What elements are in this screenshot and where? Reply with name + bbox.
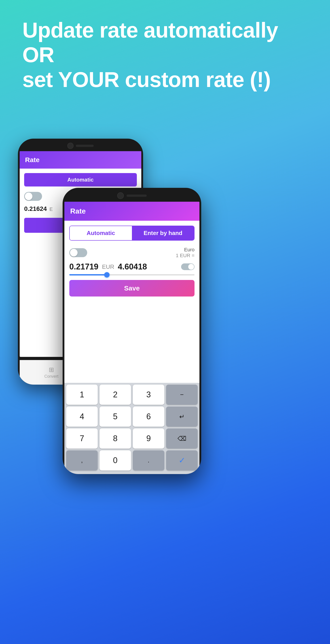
phone-front: Rate Automatic Enter by hand Euro 1 EUR … bbox=[62, 188, 201, 474]
front-slider-container[interactable] bbox=[69, 274, 194, 276]
front-slider-thumb[interactable] bbox=[104, 272, 110, 278]
front-save-button[interactable]: Save bbox=[69, 280, 194, 296]
keyboard-row-2: 4 5 6 ↵ bbox=[66, 406, 198, 427]
key-backspace[interactable]: ⌫ bbox=[166, 428, 198, 448]
back-rate-currency: E bbox=[50, 206, 53, 212]
hero-line2: OR bbox=[22, 43, 54, 67]
back-notch-area bbox=[18, 139, 143, 151]
key-9[interactable]: 9 bbox=[133, 428, 164, 448]
front-camera bbox=[117, 192, 124, 199]
key-minus[interactable]: − bbox=[166, 384, 198, 405]
hero-text: Update rate automatically OR set YOUR cu… bbox=[22, 18, 308, 92]
key-3[interactable]: 3 bbox=[133, 384, 164, 405]
key-6[interactable]: 6 bbox=[133, 406, 164, 427]
hero-line3: set YOUR custom rate (!) bbox=[22, 68, 270, 92]
back-rate-value: 0.21624 bbox=[24, 205, 47, 212]
front-currency-info: Euro 1 EUR = bbox=[176, 247, 194, 258]
key-7[interactable]: 7 bbox=[66, 428, 98, 448]
front-speaker bbox=[126, 194, 147, 197]
front-slider-track bbox=[69, 274, 194, 276]
front-content: Automatic Enter by hand Euro 1 EUR = 0.2… bbox=[64, 221, 200, 302]
key-5[interactable]: 5 bbox=[100, 406, 131, 427]
key-2[interactable]: 2 bbox=[100, 384, 131, 405]
keyboard: 1 2 3 − 4 5 6 ↵ 7 8 9 ⌫ , 0 . ✓ bbox=[64, 383, 200, 448]
front-main-toggle[interactable] bbox=[69, 248, 87, 257]
front-header: Rate bbox=[64, 202, 200, 221]
front-notch-area bbox=[62, 188, 201, 202]
front-rate-main: 0.21719 bbox=[69, 262, 98, 272]
front-rate-row: 0.21719 EUR 4.60418 bbox=[69, 262, 194, 272]
key-return[interactable]: ↵ bbox=[166, 406, 198, 427]
front-rate-currency: EUR bbox=[102, 264, 114, 270]
front-toggle-row: Euro 1 EUR = bbox=[69, 247, 194, 258]
front-small-toggle[interactable] bbox=[181, 264, 194, 270]
back-tab-automatic[interactable]: Automatic bbox=[24, 174, 136, 186]
front-rate-converted: 4.60418 bbox=[118, 262, 178, 272]
back-tab-bar: Automatic bbox=[24, 173, 137, 186]
front-currency-name: Euro bbox=[176, 247, 194, 253]
back-camera bbox=[67, 143, 74, 149]
front-screen: Rate Automatic Enter by hand Euro 1 EUR … bbox=[64, 202, 200, 448]
hero-line1: Update rate automatically bbox=[22, 18, 278, 42]
front-tab-enter-by-hand[interactable]: Enter by hand bbox=[132, 226, 194, 240]
back-speaker bbox=[76, 145, 94, 147]
keyboard-row-1: 1 2 3 − bbox=[66, 384, 198, 405]
front-tab-automatic[interactable]: Automatic bbox=[70, 226, 132, 240]
key-4[interactable]: 4 bbox=[66, 406, 98, 427]
back-toggle[interactable] bbox=[24, 192, 42, 201]
back-header: Rate bbox=[20, 151, 141, 168]
keyboard-row-3: 7 8 9 ⌫ bbox=[66, 428, 198, 448]
front-tab-bar: Automatic Enter by hand bbox=[69, 226, 194, 240]
back-header-title: Rate bbox=[25, 156, 40, 164]
front-header-title: Rate bbox=[70, 207, 86, 215]
key-1[interactable]: 1 bbox=[66, 384, 98, 405]
key-8[interactable]: 8 bbox=[100, 428, 131, 448]
front-slider-fill bbox=[69, 274, 107, 276]
front-currency-eq: 1 EUR = bbox=[176, 253, 194, 258]
